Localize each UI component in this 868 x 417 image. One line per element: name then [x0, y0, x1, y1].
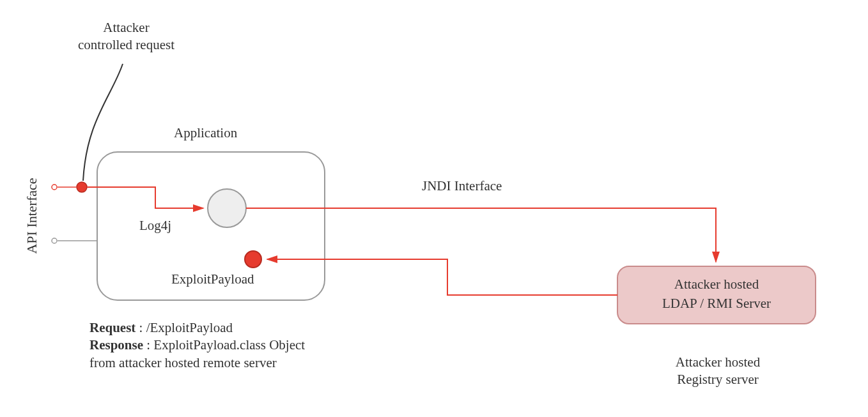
response-label: Response [89, 337, 143, 353]
exploit-payload-label: ExploitPayload [171, 271, 254, 288]
server-box-line1: Attacker hosted [632, 276, 802, 293]
flow-entry-to-log4j [87, 187, 203, 208]
attacker-request-label: Attacker controlled request [61, 19, 192, 54]
api-connector-bottom [52, 238, 57, 243]
jndi-interface-label: JNDI Interface [422, 178, 502, 195]
server-box-line2: LDAP / RMI Server [632, 295, 802, 312]
api-connector-top [52, 185, 57, 190]
application-title: Application [174, 125, 237, 142]
flow-log4j-to-server [246, 208, 716, 262]
attacker-request-curve [83, 64, 123, 181]
api-interface-label: API Interface [24, 171, 40, 261]
request-label: Request [89, 320, 136, 335]
exploit-payload-node [245, 251, 261, 268]
server-caption: Attacker hosted Registry server [644, 354, 791, 389]
log4j-node [208, 189, 246, 227]
request-value: : /ExploitPayload [139, 320, 233, 335]
entry-point-dot [77, 182, 87, 192]
flow-server-to-payload [267, 259, 617, 295]
log4j-label: Log4j [139, 217, 171, 234]
